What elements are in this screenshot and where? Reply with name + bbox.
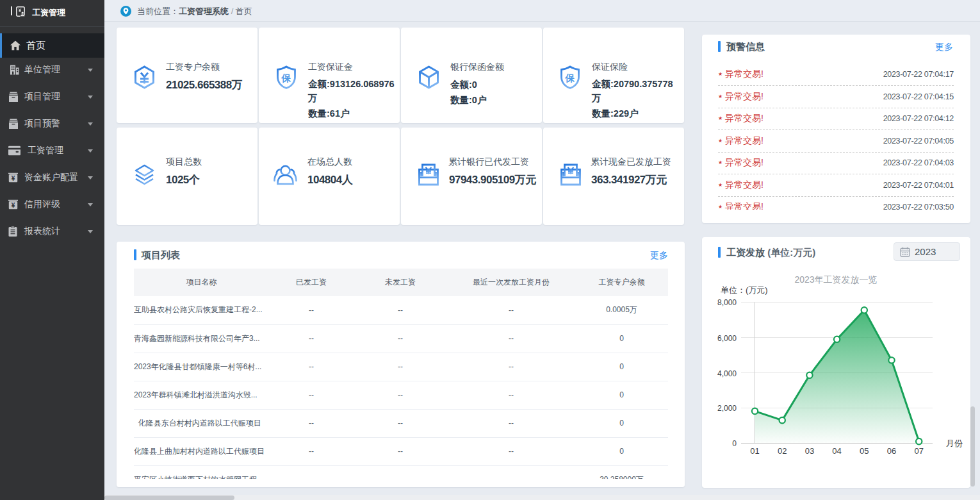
svg-text:01: 01	[750, 446, 759, 456]
svg-text:02: 02	[778, 446, 787, 456]
svg-text:2,000: 2,000	[717, 404, 737, 413]
svg-text:0: 0	[732, 439, 737, 448]
svg-text:06: 06	[887, 446, 896, 456]
svg-text:月份: 月份	[946, 438, 963, 448]
svg-text:单位：(万元): 单位：(万元)	[721, 285, 768, 295]
svg-text:6,000: 6,000	[717, 334, 737, 343]
svg-text:保: 保	[281, 72, 291, 83]
svg-text:05: 05	[860, 446, 869, 456]
svg-text:¥: ¥	[12, 202, 15, 209]
svg-text:07: 07	[914, 446, 923, 456]
svg-text:4,000: 4,000	[717, 369, 737, 378]
svg-text:¥: ¥	[12, 175, 15, 182]
svg-text:2023年工资发放一览: 2023年工资发放一览	[794, 274, 877, 285]
svg-text:04: 04	[832, 446, 841, 456]
svg-text:03: 03	[805, 446, 814, 456]
svg-text:8,000: 8,000	[717, 298, 737, 307]
svg-text:保: 保	[565, 72, 575, 83]
